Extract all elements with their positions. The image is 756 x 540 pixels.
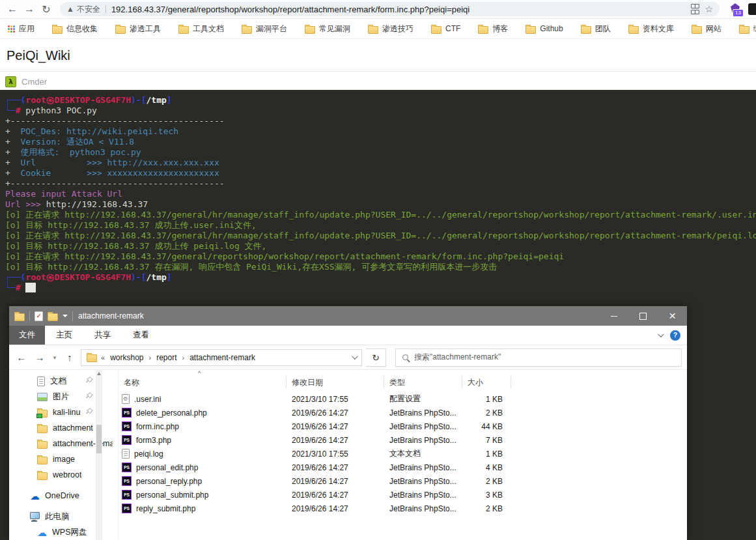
table-row[interactable]: PSform3.php2019/6/26 14:27JetBrains PhpS… (119, 433, 687, 447)
minimize-button[interactable] (599, 306, 628, 326)
table-row[interactable]: PSform.inc.php2019/6/26 14:27JetBrains P… (119, 419, 687, 433)
url-text[interactable]: 192.168.43.37/general/reportshop/worksho… (111, 5, 684, 14)
folder-icon[interactable] (48, 313, 58, 321)
extension-icon[interactable]: 13 (729, 3, 742, 16)
bookmark-item[interactable]: Github (525, 24, 563, 34)
maximize-button[interactable] (628, 306, 658, 326)
bookmark-label: 渗透技巧 (382, 23, 413, 35)
tab-view[interactable]: 查看 (122, 326, 160, 345)
sidebar-item-label: attachment-remark (53, 439, 113, 448)
bookmark-item[interactable]: 渗透技巧 (368, 23, 413, 35)
table-row[interactable]: PSreply_submit.php2019/6/26 14:27JetBrai… (119, 502, 687, 515)
bookmark-item[interactable]: 漏洞平台 (242, 23, 287, 35)
help-button[interactable]: ? (670, 330, 680, 341)
bookmark-label: 信息收集 (66, 23, 98, 35)
terminal-line: ┌──(root㉿DESKTOP-GSG4F7H)-[/tmp] (5, 272, 756, 283)
refresh-button[interactable]: ↻ (366, 348, 386, 367)
tab-home[interactable]: 主页 (45, 326, 83, 345)
bookmark-item[interactable]: 编程 (739, 23, 756, 35)
quick-access-dropdown-icon[interactable] (63, 315, 68, 317)
bookmark-folder-icon (52, 26, 63, 34)
up-button[interactable]: ↑ (63, 352, 77, 363)
file-name-text: personal_submit.php (136, 490, 208, 500)
scrollbar-thumb[interactable] (96, 425, 102, 453)
table-row[interactable]: PSpersonal_edit.php2019/6/26 14:27JetBra… (119, 461, 687, 474)
file-name-text: peiqi.log (134, 449, 163, 459)
search-icon (402, 354, 408, 360)
close-button[interactable]: ✕ (658, 306, 687, 326)
explorer-titlebar[interactable]: ✓ attachment-remark ✕ (9, 306, 687, 326)
terminal-line: + Cookie >>> xxxxxxxxxxxxxxxxxxxxxx (5, 168, 756, 178)
file-size: 1 KB (462, 449, 511, 459)
file-size: 4 KB (462, 463, 511, 472)
breadcrumb-chevron-icon: › (182, 354, 185, 362)
address-bar[interactable]: ▲ 不安全 192.168.43.37/general/reportshop/w… (60, 2, 720, 16)
ribbon-collapse-icon[interactable] (658, 331, 664, 337)
bookmark-item[interactable]: 信息收集 (52, 23, 98, 35)
back-button[interactable]: ← (4, 1, 21, 18)
search-box[interactable]: 搜索"attachment-remark" (395, 348, 682, 367)
bookmark-item[interactable]: 常见漏洞 (305, 23, 350, 35)
reload-button[interactable]: ↻ (38, 1, 55, 18)
breadcrumb-segment[interactable]: workshop (110, 353, 143, 362)
sidebar-scrollbar[interactable] (96, 370, 102, 540)
properties-check-icon[interactable]: ✓ (35, 311, 43, 321)
table-row[interactable]: .user.ini2021/3/10 17:55配置设置1 KB (119, 392, 687, 406)
file-date: 2019/6/26 14:27 (287, 504, 384, 513)
column-header-3[interactable]: 大小 (462, 376, 511, 389)
cmder-label: Cmder (21, 77, 47, 87)
column-header-2[interactable]: 类型 (384, 376, 462, 389)
cmder-lambda-icon: λ (5, 76, 16, 87)
bookmark-item[interactable]: CTF (431, 24, 460, 34)
tab-share[interactable]: 共享 (83, 326, 122, 345)
screen: { "browser": { "back_icon": "←", "forwar… (0, 0, 756, 540)
file-type: JetBrains PhpSto... (384, 408, 462, 418)
table-row[interactable]: peiqi.log2021/3/10 17:55文本文档1 KB (119, 447, 687, 461)
column-header-1[interactable]: 修改日期 (287, 376, 384, 389)
breadcrumb-bar[interactable]: «workshop›report›attachment-remark (81, 349, 362, 366)
sidebar-item-label: image (53, 455, 75, 464)
explorer-back-button[interactable]: ← (14, 352, 29, 363)
address-dropdown-icon[interactable] (352, 353, 358, 360)
table-row[interactable]: PSpersonal_submit.php2019/6/26 14:27JetB… (119, 488, 687, 502)
tab-file[interactable]: 文件 (9, 326, 45, 345)
table-row[interactable]: PSpersonal_reply.php2019/6/26 14:27JetBr… (119, 474, 687, 488)
file-date: 2019/6/26 14:27 (287, 463, 384, 472)
bookmark-folder-icon (692, 26, 702, 34)
bookmark-item[interactable]: 资料文库 (628, 23, 674, 35)
bookmark-item[interactable]: 渗透工具 (115, 23, 161, 35)
grid-icon[interactable] (691, 4, 699, 14)
file-date: 2021/3/10 17:55 (287, 449, 384, 459)
forward-button[interactable]: → (21, 1, 38, 18)
profile-icon-partial[interactable] (748, 3, 756, 15)
document-icon (37, 377, 45, 386)
table-row[interactable]: PSdelete_personal.php2019/6/26 14:27JetB… (119, 406, 687, 419)
breadcrumb-segment[interactable]: report (156, 353, 176, 362)
bookmark-star-icon[interactable]: ☆ (705, 4, 713, 14)
search-placeholder: 搜索"attachment-remark" (414, 352, 501, 363)
breadcrumb-segment[interactable]: attachment-remark (189, 353, 255, 362)
breadcrumb-prefix-icon: « (101, 354, 105, 362)
column-header-0[interactable]: 名称 (119, 376, 287, 389)
file-name: PSdelete_personal.php (119, 408, 287, 418)
folder-icon (37, 441, 48, 449)
bookmark-item[interactable]: 团队 (581, 23, 611, 35)
bookmark-folder-icon (739, 26, 749, 34)
terminal-line: └─# (5, 283, 756, 293)
bookmark-item[interactable]: 工具文档 (178, 23, 224, 35)
recent-locations-icon[interactable]: ▾ (51, 354, 59, 361)
file-type: JetBrains PhpSto... (384, 504, 462, 513)
terminal-line: [o] 目标 http://192.168.43.37 成功上传.user.in… (5, 220, 756, 231)
file-date: 2019/6/26 14:27 (287, 422, 384, 431)
bookmark-item[interactable]: 博客 (478, 23, 508, 35)
phpstorm-file-icon: PS (122, 408, 132, 418)
bookmark-item[interactable]: 应用 (8, 23, 35, 35)
security-indicator[interactable]: ▲ 不安全 (66, 4, 100, 15)
bookmark-label: Github (540, 24, 563, 33)
warning-icon: ▲ (66, 5, 74, 14)
explorer-forward-button[interactable]: → (33, 352, 47, 363)
scroll-up-icon[interactable] (97, 372, 101, 375)
file-name: peiqi.log (119, 449, 287, 459)
terminal-line: + 使用格式: python3 poc.py (5, 147, 756, 158)
bookmark-item[interactable]: 网站 (692, 23, 721, 35)
